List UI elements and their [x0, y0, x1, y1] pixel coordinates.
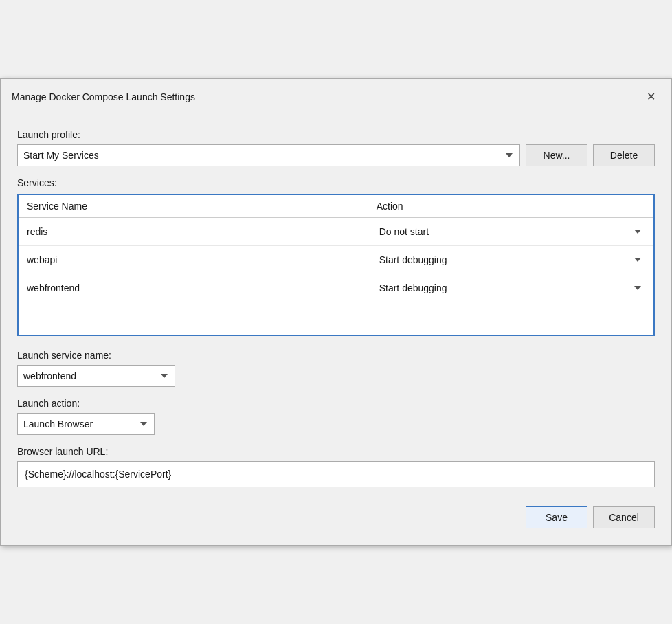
services-label: Services: — [17, 177, 655, 188]
table-row-empty — [19, 302, 653, 335]
col-header-action: Action — [368, 195, 653, 218]
action-select-redis[interactable]: Do not start Start debugging Start witho… — [377, 222, 645, 241]
new-button[interactable]: New... — [526, 144, 587, 166]
launch-profile-label: Launch profile: — [17, 129, 655, 140]
delete-button[interactable]: Delete — [593, 144, 655, 166]
service-name-redis: redis — [19, 217, 368, 245]
service-name-webapi: webapi — [19, 245, 368, 274]
close-button[interactable]: ✕ — [641, 87, 660, 107]
table-row: redis Do not start Start debugging Start… — [19, 217, 653, 245]
services-table: Service Name Action redis Do not start S… — [19, 195, 653, 335]
table-row: webapi Do not start Start debugging Star… — [19, 245, 653, 274]
launch-service-label: Launch service name: — [17, 350, 655, 361]
service-name-webfrontend: webfrontend — [19, 274, 368, 302]
title-bar: Manage Docker Compose Launch Settings ✕ — [1, 79, 671, 115]
footer: Save Cancel — [17, 504, 655, 528]
service-action-webapi[interactable]: Do not start Start debugging Start witho… — [368, 245, 653, 274]
col-header-name: Service Name — [19, 195, 368, 218]
services-table-wrapper: Service Name Action redis Do not start S… — [17, 194, 655, 337]
browser-url-label: Browser launch URL: — [17, 446, 655, 457]
launch-action-label: Launch action: — [17, 398, 655, 409]
save-button[interactable]: Save — [526, 506, 587, 528]
table-row: webfrontend Do not start Start debugging… — [19, 274, 653, 302]
launch-service-select[interactable]: webfrontend webapi redis — [17, 365, 175, 387]
launch-action-select[interactable]: Launch Browser None — [17, 413, 155, 435]
dialog-title: Manage Docker Compose Launch Settings — [12, 91, 195, 102]
service-action-webfrontend[interactable]: Do not start Start debugging Start witho… — [368, 274, 653, 302]
action-select-webapi[interactable]: Do not start Start debugging Start witho… — [377, 250, 645, 269]
service-action-redis[interactable]: Do not start Start debugging Start witho… — [368, 217, 653, 245]
browser-url-input[interactable] — [17, 461, 655, 487]
cancel-button[interactable]: Cancel — [593, 506, 655, 528]
launch-profile-row: Start My Services New... Delete — [17, 144, 655, 166]
action-select-webfrontend[interactable]: Do not start Start debugging Start witho… — [377, 278, 645, 298]
dialog-content: Launch profile: Start My Services New...… — [1, 115, 671, 546]
launch-profile-select[interactable]: Start My Services — [17, 144, 520, 166]
dialog-container: Manage Docker Compose Launch Settings ✕ … — [0, 78, 672, 546]
